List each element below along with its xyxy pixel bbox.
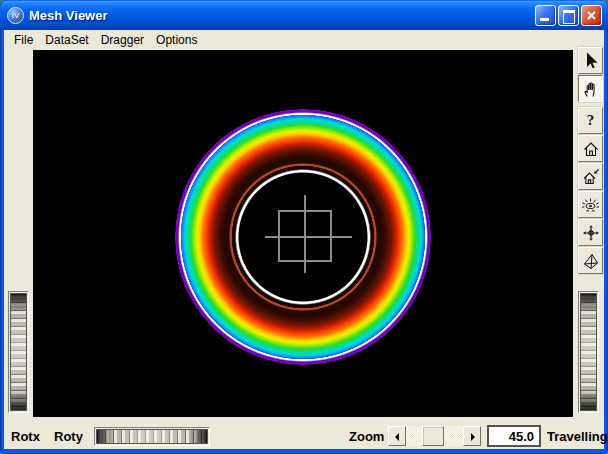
zoom-slider-right-arrow[interactable] — [463, 426, 481, 446]
dolly-thumbwheel-ridges[interactable] — [580, 293, 597, 411]
menu-options[interactable]: Options — [150, 32, 203, 48]
eye-rays-icon — [581, 196, 600, 214]
client-area: File DataSet Dragger Options — [4, 30, 604, 449]
set-home-view-button[interactable] — [578, 163, 603, 190]
mesh-viewer-window: IV Mesh Viewer File DataSet Dragger Opti… — [0, 0, 608, 454]
hand-icon — [582, 80, 600, 98]
question-mark-icon: ? — [587, 113, 595, 128]
rotx-thumbwheel-ridges[interactable] — [10, 293, 27, 411]
jack-dragger-horizontal-axis[interactable] — [265, 236, 352, 238]
home-icon — [582, 140, 600, 158]
zoom-slider-left-arrow[interactable] — [388, 426, 406, 446]
window-controls — [535, 5, 602, 26]
rotx-thumbwheel[interactable] — [8, 291, 29, 413]
roty-thumbwheel-ridges[interactable] — [96, 429, 208, 444]
camera-type-button[interactable] — [578, 247, 603, 274]
dolly-thumbwheel[interactable] — [578, 291, 599, 413]
zoom-value-field[interactable] — [487, 425, 541, 447]
arrow-cursor-icon — [582, 51, 600, 70]
zoom-slider — [388, 426, 481, 446]
maximize-button[interactable] — [558, 5, 579, 26]
titlebar[interactable]: IV Mesh Viewer — [0, 0, 608, 30]
viewer-toolbar: ? — [577, 47, 604, 275]
zoom-label: Zoom — [349, 429, 384, 444]
window-title: Mesh Viewer — [29, 8, 535, 23]
zoom-slider-thumb[interactable] — [422, 426, 444, 446]
rotx-label: Rotx — [11, 429, 40, 444]
home-view-button[interactable] — [578, 135, 603, 162]
minimize-button[interactable] — [535, 5, 556, 26]
zoom-slider-track[interactable] — [406, 426, 463, 446]
render-viewport[interactable] — [33, 50, 573, 417]
crosshair-arrows-icon — [582, 224, 600, 242]
view-all-button[interactable] — [578, 191, 603, 218]
camera-mode-label: Travelling — [547, 429, 608, 444]
app-icon[interactable]: IV — [7, 7, 24, 24]
jack-dragger-vertical-axis[interactable] — [304, 195, 306, 273]
pick-mode-button[interactable] — [578, 47, 603, 74]
home-arrow-icon — [582, 168, 600, 186]
view-mode-button[interactable] — [578, 75, 603, 102]
help-button[interactable]: ? — [578, 107, 603, 134]
roty-label: Roty — [54, 429, 83, 444]
roty-thumbwheel[interactable] — [94, 427, 210, 446]
menubar: File DataSet Dragger Options — [4, 30, 604, 49]
menu-dragger[interactable]: Dragger — [95, 32, 150, 48]
close-button[interactable] — [581, 5, 602, 26]
menu-file[interactable]: File — [8, 32, 39, 48]
seek-button[interactable] — [578, 219, 603, 246]
menu-dataset[interactable]: DataSet — [39, 32, 94, 48]
perspective-frustum-icon — [581, 251, 600, 270]
